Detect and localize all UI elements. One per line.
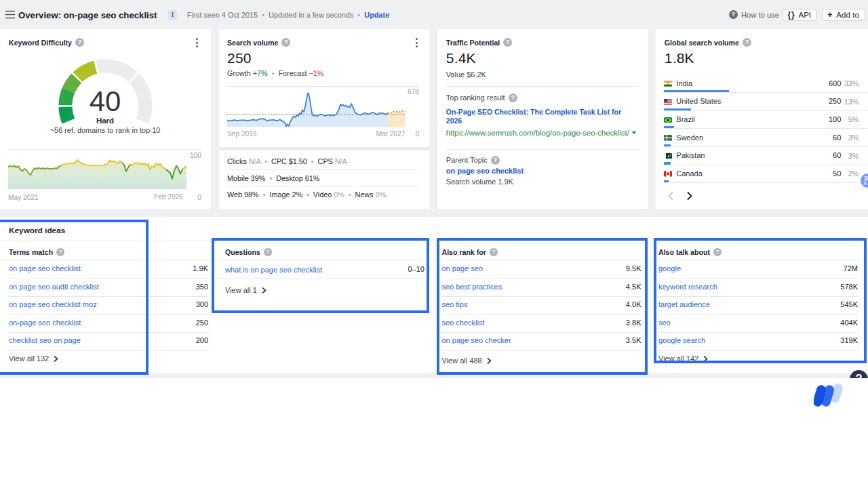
svg-text:A: A <box>863 180 867 186</box>
